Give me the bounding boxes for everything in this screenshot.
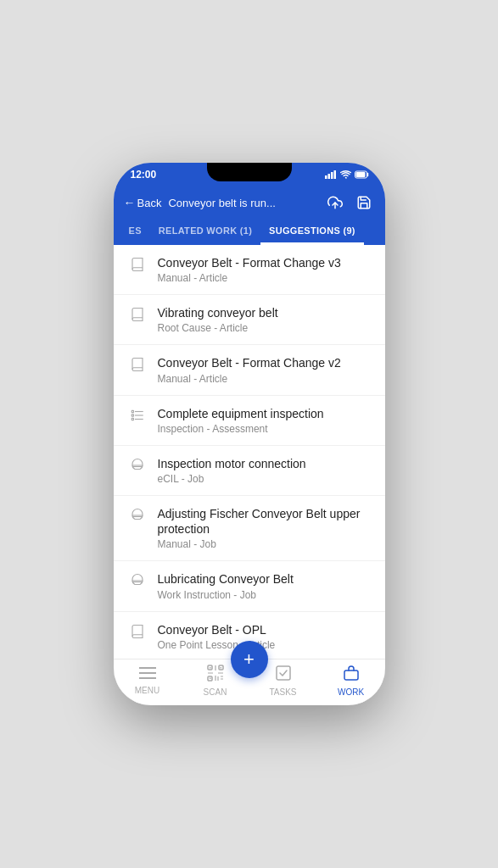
svg-rect-10: [131, 410, 133, 412]
svg-rect-32: [277, 666, 290, 680]
svg-rect-24: [210, 678, 211, 680]
item-title: Conveyor Belt - OPL: [158, 622, 373, 637]
item-text: Conveyor Belt - Format Change v2 Manual …: [158, 355, 373, 384]
fab-icon: +: [243, 648, 255, 670]
back-label: Back: [137, 197, 162, 209]
book-icon: [126, 624, 149, 639]
helmet-icon: [126, 508, 149, 523]
book-icon: [126, 257, 149, 272]
status-time: 12:00: [131, 169, 157, 181]
scan-icon: [207, 665, 224, 686]
item-text: Inspection motor connection eCIL - Job: [158, 456, 373, 485]
battery-icon: [355, 170, 370, 179]
menu-icon: [139, 666, 156, 684]
svg-rect-3: [333, 170, 336, 179]
item-text: Conveyor Belt - OPL One Point Lesson - A…: [158, 622, 373, 651]
list-item[interactable]: Adjusting Fischer Conveyor Belt upper pr…: [114, 496, 385, 561]
nav-work-label: WORK: [338, 687, 364, 697]
header-actions: [324, 192, 375, 214]
svg-rect-23: [220, 667, 221, 669]
item-text: Adjusting Fischer Conveyor Belt upper pr…: [158, 506, 373, 550]
item-subtitle: Manual - Article: [158, 373, 373, 385]
list-item[interactable]: Inspection motor connection eCIL - Job: [114, 446, 385, 496]
list-item[interactable]: Conveyor Belt - Format Change v3 Manual …: [114, 245, 385, 295]
list-item[interactable]: Lubricating Conveyor Belt Work Instructi…: [114, 561, 385, 611]
work-icon: [343, 665, 360, 686]
svg-rect-5: [355, 172, 365, 177]
status-icons: [325, 170, 370, 179]
tab-es[interactable]: ES: [120, 219, 150, 245]
svg-rect-1: [327, 174, 330, 179]
helmet-icon: [126, 573, 149, 588]
item-subtitle: Work Instruction - Job: [158, 589, 373, 601]
notch: [207, 163, 292, 181]
svg-rect-2: [331, 172, 333, 179]
svg-rect-0: [325, 175, 327, 179]
nav-work[interactable]: WORK: [317, 665, 385, 697]
item-text: Lubricating Conveyor Belt Work Instructi…: [158, 571, 373, 600]
tab-suggestions[interactable]: SUGGESTIONS (9): [260, 219, 364, 245]
bottom-nav: MENU SCA: [114, 659, 385, 705]
item-subtitle: eCIL - Job: [158, 473, 373, 485]
item-subtitle: Inspection - Assessment: [158, 423, 373, 435]
tab-related-work[interactable]: RELATED WORK (1): [150, 219, 260, 245]
nav-scan-label: SCAN: [204, 687, 227, 697]
nav-tasks-label: TASKS: [269, 687, 296, 697]
item-subtitle: Manual - Job: [158, 538, 373, 550]
item-title: Conveyor Belt - Format Change v3: [158, 255, 373, 270]
svg-rect-11: [131, 414, 133, 415]
item-title: Vibrating conveyor belt: [158, 305, 373, 320]
list-item[interactable]: Vibrating conveyor belt Root Cause - Art…: [114, 295, 385, 345]
tasks-icon: [275, 665, 292, 686]
helmet-icon: [126, 458, 149, 473]
list-item[interactable]: Complete equipment inspection Inspection…: [114, 396, 385, 446]
phone-shell: 12:00 ←: [114, 163, 385, 705]
item-text: Conveyor Belt - Format Change v3 Manual …: [158, 255, 373, 284]
nav-menu-label: MENU: [135, 686, 159, 695]
item-title: Inspection motor connection: [158, 456, 373, 471]
wifi-icon: [340, 170, 351, 179]
item-subtitle: Root Cause - Article: [158, 322, 373, 334]
list-item[interactable]: Conveyor Belt - Format Change v2 Manual …: [114, 345, 385, 395]
svg-rect-12: [131, 418, 133, 420]
header-title: Conveyor belt is run...: [168, 197, 316, 209]
item-title: Complete equipment inspection: [158, 406, 373, 421]
item-text: Complete equipment inspection Inspection…: [158, 406, 373, 435]
suggestions-list: Conveyor Belt - Format Change v3 Manual …: [114, 245, 385, 659]
list-icon: [126, 408, 149, 423]
svg-rect-33: [344, 670, 358, 680]
nav-menu[interactable]: MENU: [114, 666, 182, 695]
item-title: Conveyor Belt - Format Change v2: [158, 355, 373, 370]
item-title: Lubricating Conveyor Belt: [158, 571, 373, 587]
svg-rect-22: [210, 667, 211, 669]
upload-button[interactable]: [324, 192, 346, 214]
item-subtitle: Manual - Article: [158, 272, 373, 284]
book-icon: [126, 357, 149, 372]
tabs-bar: ES RELATED WORK (1) SUGGESTIONS (9): [114, 219, 385, 245]
signal-icon: [325, 170, 337, 179]
item-subtitle: One Point Lesson - Article: [158, 639, 373, 651]
fab-add-button[interactable]: +: [231, 641, 268, 678]
book-icon: [126, 307, 149, 322]
back-button[interactable]: ← Back: [124, 196, 162, 209]
item-title: Adjusting Fischer Conveyor Belt upper pr…: [158, 506, 373, 537]
item-text: Vibrating conveyor belt Root Cause - Art…: [158, 305, 373, 334]
save-button[interactable]: [353, 192, 375, 214]
back-arrow-icon: ←: [124, 196, 136, 209]
header-bar: ← Back Conveyor belt is run...: [114, 186, 385, 219]
